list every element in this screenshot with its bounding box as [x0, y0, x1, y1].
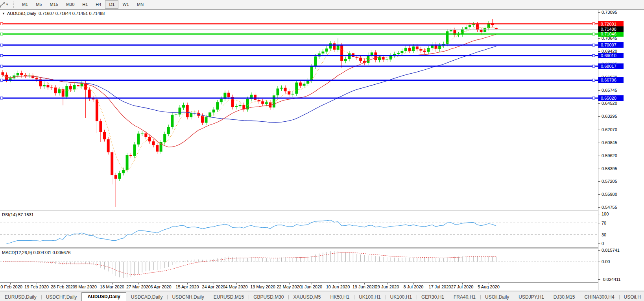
axis-tick-mark: [598, 223, 600, 223]
axis-tick-mark: [598, 143, 600, 143]
axis-tick-mark: [598, 207, 600, 208]
sma-5-line: [3, 27, 496, 171]
chart-tab-ger30-h1[interactable]: GER30,H1: [417, 293, 449, 301]
price-tag: 0.71046: [598, 31, 624, 37]
timeframe-button-h4[interactable]: H4: [92, 0, 105, 9]
chart-tab-fra40-h1[interactable]: FRA40,H1: [449, 293, 480, 301]
axis-tick-mark: [598, 116, 600, 117]
macd-label: MACD(12,26,9): [2, 250, 32, 255]
line-tool-icon[interactable]: [0, 2, 5, 8]
axis-tick-mark: [598, 156, 600, 156]
chart-tab-usdcnh-daily[interactable]: USDCNH,Daily: [167, 293, 209, 301]
price-tick-label: 0.015741: [602, 248, 620, 253]
macd-histogram-group: [3, 251, 496, 278]
timeframe-button-m1[interactable]: M1: [18, 0, 32, 9]
chart-tab-uk100-h1[interactable]: UK100,H1: [386, 293, 417, 301]
main-chart-pane[interactable]: [0, 10, 598, 210]
price-tick-label: 0.54755: [602, 205, 617, 210]
axis-tick-mark: [598, 279, 600, 280]
chart-tab-gbpusd-m30[interactable]: GBPUSD,M30: [249, 293, 288, 301]
chart-ohlc-values: 0.71607 0.71644 0.71451 0.71488: [39, 11, 105, 16]
chart-tab-usdjpy-h1[interactable]: USDJPY,H1: [514, 293, 548, 301]
timeframe-buttons: M1M5M15M30H1H4D1W1MN: [18, 0, 148, 9]
chart-symbol-label: AUDUSD,Daily: [7, 11, 36, 16]
axis-tick-mark: [598, 181, 600, 182]
macd-chart-svg: [0, 249, 598, 282]
axis-tick-mark: [598, 169, 600, 169]
timeframe-button-w1[interactable]: W1: [118, 0, 133, 9]
timeframe-button-mn[interactable]: MN: [133, 0, 148, 9]
chart-tab-china300-h4[interactable]: CHINA300,H4: [580, 293, 619, 301]
price-tick-label: 0.60845: [602, 140, 617, 145]
price-tag: 0.65020: [598, 95, 624, 101]
axis-tick-mark: [598, 130, 600, 130]
price-tick-label: -0.024411: [602, 277, 621, 282]
timeframe-button-m30[interactable]: M30: [62, 0, 78, 9]
price-tag: 0.69010: [598, 53, 624, 58]
toolbar-separator: [150, 2, 150, 8]
price-tick-label: 70: [602, 221, 606, 226]
chart-tab-eurusd-daily[interactable]: EURUSD,Daily: [0, 293, 41, 301]
horizontal-levels-group[interactable]: [0, 23, 598, 99]
chart-tab-hk50-h1[interactable]: HK50,H1: [326, 293, 354, 301]
price-tick-label: 30: [602, 232, 606, 238]
chart-tab-audusd-daily[interactable]: AUDUSD,Daily: [81, 292, 126, 301]
chart-tab-usoil-h[interactable]: USOil,H: [619, 293, 644, 301]
chart-menu-icon[interactable]: ▼: [2, 12, 5, 15]
axis-tick-mark: [598, 250, 600, 251]
chart-tab-xauusd-m5[interactable]: XAUUSD,M5: [288, 293, 325, 301]
price-tick-label: 0.73095: [602, 10, 617, 15]
macd-pane[interactable]: [0, 249, 598, 282]
rsi-label: RSI(14): [2, 212, 17, 217]
price-tag: 0.68017: [598, 63, 624, 69]
rsi-pane[interactable]: [0, 211, 598, 247]
chart-tab-dj30-m15[interactable]: DJ30,M15: [549, 293, 580, 301]
axis-tick-mark: [598, 38, 600, 39]
chart-tab-usdchf-daily[interactable]: USDCHF,Daily: [41, 293, 82, 301]
price-tag: 0.66706: [598, 77, 624, 83]
macd-signal-line: [3, 253, 496, 275]
axis-tick-mark: [598, 103, 600, 104]
axis-tick-mark: [598, 194, 600, 195]
sma-50-line: [3, 46, 496, 123]
price-axis[interactable]: 0.730950.718700.706450.694200.681950.669…: [598, 10, 644, 290]
timeframe-button-d1[interactable]: D1: [105, 0, 118, 9]
rsi-chart-svg: [0, 211, 598, 247]
date-axis[interactable]: 10 Feb 202019 Feb 202028 Feb 20209 Mar 2…: [0, 282, 598, 291]
trading-platform-window: ▼ M1M5M15M30H1H4D1W1MN ▼AUDUSD,Daily 0.7…: [0, 0, 644, 301]
toolbar-dropdown-arrow-icon[interactable]: ▼: [5, 3, 11, 6]
price-chart-svg: [0, 10, 598, 210]
chart-tab-usdcad-daily[interactable]: USDCAD,Daily: [126, 293, 168, 301]
chart-tab-uk100-h1[interactable]: UK100,H1: [354, 293, 385, 301]
chart-tab-usoil-daily[interactable]: USOil,Daily: [480, 293, 514, 301]
chart-tabs: EURUSD,DailyUSDCHF,DailyAUDUSD,DailyUSDC…: [0, 293, 644, 301]
price-tick-label: 0.65745: [602, 88, 617, 93]
price-tick-label: 100: [602, 212, 609, 217]
price-tick-label: 0: [602, 241, 604, 246]
price-tick-label: 0.63295: [602, 114, 617, 119]
price-tick-label: 0.58395: [602, 166, 617, 171]
timeframe-button-m15[interactable]: M15: [46, 0, 62, 9]
rsi-line: [7, 220, 496, 243]
chart-tab-bar: EURUSD,DailyUSDCHF,DailyAUDUSD,DailyUSDC…: [0, 292, 644, 301]
price-tag: 0.72001: [598, 21, 624, 27]
price-tick-label: 0.64520: [602, 101, 617, 106]
axis-tick-mark: [598, 90, 600, 91]
price-tick-label: 0.55980: [602, 192, 617, 197]
chart-tab-eurusd-m15[interactable]: EURUSD,M15: [209, 293, 249, 301]
toolbar-grip[interactable]: [13, 2, 16, 8]
axis-tick-mark: [598, 235, 600, 235]
macd-values: 0.004731 0.005676: [33, 250, 70, 255]
chart-window: ▼AUDUSD,Daily 0.71607 0.71644 0.71451 0.…: [0, 9, 644, 290]
price-tag: 0.70007: [598, 42, 624, 48]
axis-tick-mark: [598, 243, 600, 244]
axis-tick-mark: [598, 214, 600, 214]
axis-tick-mark: [598, 51, 600, 52]
chart-title: ▼AUDUSD,Daily 0.71607 0.71644 0.71451 0.…: [2, 11, 105, 16]
timeframe-button-h1[interactable]: H1: [78, 0, 92, 9]
timeframe-toolbar: ▼ M1M5M15M30H1H4D1W1MN: [0, 0, 644, 9]
axis-tick-mark: [598, 262, 600, 262]
price-tick-label: 0.00: [602, 259, 610, 264]
timeframe-button-m5[interactable]: M5: [32, 0, 46, 9]
rsi-value: 57.1531: [18, 212, 34, 217]
